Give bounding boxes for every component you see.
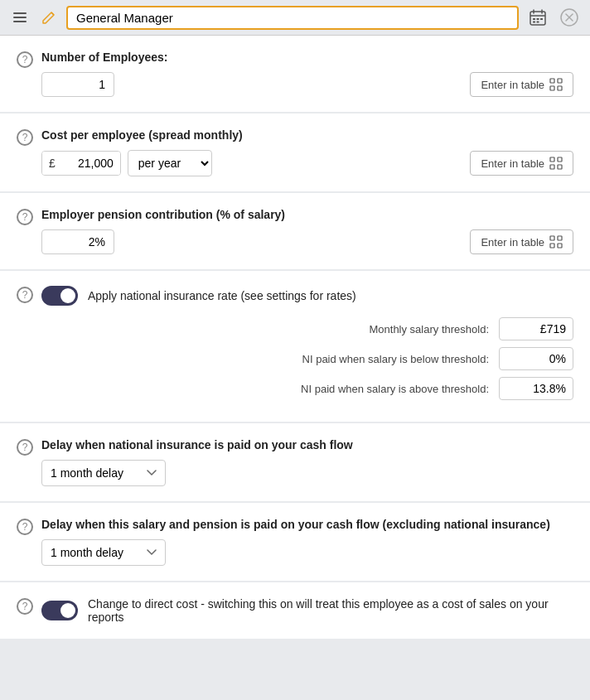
delay-salary-select[interactable]: 1 month delay 0 month delay 2 month dela… bbox=[41, 539, 166, 566]
grid-icon bbox=[549, 78, 563, 91]
pension-input[interactable] bbox=[41, 229, 114, 254]
cost-enter-table-button[interactable]: Enter in table bbox=[470, 151, 573, 176]
pension-grid-icon bbox=[549, 235, 563, 249]
direct-cost-section: ? Change to direct cost - switching this… bbox=[0, 582, 590, 639]
title-input[interactable] bbox=[66, 6, 519, 30]
hamburger-icon bbox=[12, 9, 28, 26]
ni-toggle[interactable] bbox=[41, 286, 78, 306]
cost-label: Cost per employee (spread monthly) bbox=[41, 128, 573, 142]
close-icon bbox=[560, 8, 578, 27]
ni-above-label: NI paid when salary is above threshold: bbox=[41, 383, 499, 395]
cost-per-employee-section: ? Cost per employee (spread monthly) £ p… bbox=[0, 113, 590, 191]
delay-salary-label: Delay when this salary and pension is pa… bbox=[41, 518, 573, 531]
ni-details-table: Monthly salary threshold: NI paid when s… bbox=[41, 317, 573, 400]
ni-below-input[interactable] bbox=[499, 347, 573, 370]
num-employees-section: ? Number of Employees: Enter in table bbox=[0, 36, 590, 112]
delay-ni-select[interactable]: 1 month delay 0 month delay 2 month dela… bbox=[41, 460, 166, 486]
ni-toggle-slider bbox=[41, 286, 78, 306]
menu-icon-button[interactable] bbox=[8, 6, 31, 29]
svg-rect-2 bbox=[13, 21, 27, 22]
period-select[interactable]: per year per month bbox=[128, 150, 212, 176]
svg-rect-8 bbox=[537, 18, 539, 20]
svg-rect-11 bbox=[537, 22, 539, 23]
calendar-icon-button[interactable] bbox=[525, 5, 550, 30]
currency-symbol: £ bbox=[42, 152, 60, 175]
ni-section: ? Apply national insurance rate (see set… bbox=[0, 271, 590, 422]
svg-rect-24 bbox=[558, 236, 562, 240]
pension-help-icon[interactable]: ? bbox=[17, 209, 33, 225]
ni-threshold-input[interactable] bbox=[499, 317, 573, 340]
ni-toggle-container: Apply national insurance rate (see setti… bbox=[41, 286, 573, 306]
delay-ni-help-icon[interactable]: ? bbox=[17, 439, 33, 456]
direct-cost-help-icon[interactable]: ? bbox=[17, 598, 33, 615]
svg-rect-0 bbox=[13, 12, 27, 14]
svg-rect-18 bbox=[558, 86, 562, 90]
ni-above-input[interactable] bbox=[499, 377, 573, 400]
delay-salary-help-icon[interactable]: ? bbox=[17, 519, 33, 535]
close-button[interactable] bbox=[557, 5, 582, 30]
ni-threshold-label: Monthly salary threshold: bbox=[41, 323, 499, 336]
svg-rect-19 bbox=[550, 157, 554, 162]
pension-enter-table-button[interactable]: Enter in table bbox=[470, 229, 573, 254]
num-employees-help-icon[interactable]: ? bbox=[17, 51, 33, 68]
svg-rect-22 bbox=[558, 165, 562, 169]
cost-help-icon[interactable]: ? bbox=[17, 129, 33, 146]
svg-rect-1 bbox=[13, 17, 27, 18]
top-bar bbox=[0, 0, 590, 36]
svg-rect-25 bbox=[550, 244, 554, 248]
cost-input-wrap: £ bbox=[41, 151, 121, 176]
svg-rect-21 bbox=[550, 165, 554, 169]
direct-cost-toggle-slider bbox=[41, 601, 78, 620]
ni-below-row: NI paid when salary is below threshold: bbox=[41, 347, 573, 370]
delay-salary-section: ? Delay when this salary and pension is … bbox=[0, 503, 590, 581]
direct-cost-toggle[interactable] bbox=[41, 601, 78, 620]
delay-ni-section: ? Delay when national insurance is paid … bbox=[0, 423, 590, 501]
num-employees-input[interactable] bbox=[41, 72, 114, 97]
direct-cost-label: Change to direct cost - switching this o… bbox=[88, 597, 573, 624]
svg-rect-16 bbox=[558, 79, 562, 83]
pencil-icon bbox=[41, 10, 56, 25]
svg-rect-7 bbox=[533, 18, 535, 20]
cost-grid-icon bbox=[549, 157, 563, 170]
ni-above-row: NI paid when salary is above threshold: bbox=[41, 377, 573, 400]
ni-help-icon[interactable]: ? bbox=[17, 287, 33, 303]
svg-rect-26 bbox=[558, 244, 562, 248]
ni-below-label: NI paid when salary is below threshold: bbox=[41, 353, 499, 365]
svg-rect-9 bbox=[540, 18, 543, 20]
svg-rect-10 bbox=[533, 22, 535, 23]
num-employees-label: Number of Employees: bbox=[41, 51, 573, 64]
num-employees-enter-table-button[interactable]: Enter in table bbox=[470, 72, 573, 97]
ni-threshold-row: Monthly salary threshold: bbox=[41, 317, 573, 340]
svg-rect-20 bbox=[558, 157, 562, 162]
delay-ni-label: Delay when national insurance is paid on… bbox=[41, 438, 573, 451]
edit-icon-button[interactable] bbox=[38, 7, 60, 28]
direct-cost-toggle-container: Change to direct cost - switching this o… bbox=[41, 597, 573, 624]
ni-toggle-label: Apply national insurance rate (see setti… bbox=[88, 289, 356, 302]
pension-label: Employer pension contribution (% of sala… bbox=[41, 208, 573, 221]
svg-rect-15 bbox=[550, 79, 554, 83]
svg-rect-23 bbox=[550, 236, 554, 240]
calendar-icon bbox=[529, 8, 547, 27]
cost-amount-input[interactable] bbox=[60, 152, 120, 175]
svg-rect-17 bbox=[550, 86, 554, 90]
pension-section: ? Employer pension contribution (% of sa… bbox=[0, 193, 590, 269]
